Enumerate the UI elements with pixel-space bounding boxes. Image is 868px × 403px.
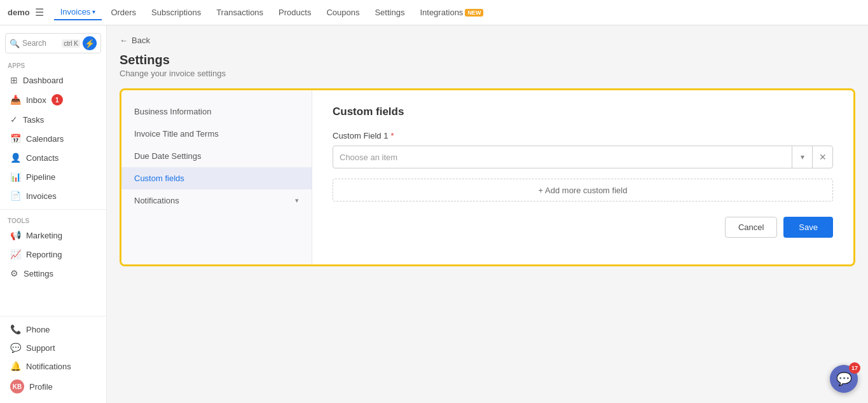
sidebar-item-label: Contacts xyxy=(26,153,59,163)
sidebar-item-inbox[interactable]: 📥 Inbox 1 xyxy=(3,90,104,109)
dashboard-icon: ⊞ xyxy=(10,75,18,85)
select-chevron-icon[interactable]: ▾ xyxy=(792,146,812,168)
sidebar-item-label: Notifications xyxy=(26,362,71,371)
chat-widget[interactable]: 💬 17 xyxy=(830,365,858,393)
support-icon: 💬 xyxy=(10,343,21,353)
chat-badge: 17 xyxy=(849,362,860,374)
invoices-icon: 📄 xyxy=(10,191,21,201)
sidebar-item-dashboard[interactable]: ⊞ Dashboard xyxy=(3,71,104,89)
settings-left-panel: Business Information Invoice Title and T… xyxy=(121,90,312,264)
menu-item-label: Notifications xyxy=(134,196,179,205)
sidebar-item-pipeline[interactable]: 📊 Pipeline xyxy=(3,168,104,186)
back-label: Back xyxy=(132,36,150,45)
apps-label: Apps xyxy=(0,58,106,71)
menu-item-label: Invoice Title and Terms xyxy=(134,129,219,139)
sidebar-item-label: Phone xyxy=(26,325,50,334)
sidebar-item-label: Calendars xyxy=(26,134,64,144)
sidebar-item-label: Dashboard xyxy=(23,76,64,85)
sidebar-item-label: Settings xyxy=(24,269,53,278)
chevron-down-icon: ▾ xyxy=(295,196,299,205)
notifications-icon: 🔔 xyxy=(10,361,21,371)
sidebar-item-label: Pipeline xyxy=(26,172,55,182)
sidebar-item-marketing[interactable]: 📢 Marketing xyxy=(3,226,104,244)
menu-item-label: Business Information xyxy=(134,107,211,116)
field1-label: Custom Field 1 * xyxy=(333,131,833,140)
sidebar-item-reporting[interactable]: 📈 Reporting xyxy=(3,245,104,263)
nav-subscriptions[interactable]: Subscriptions xyxy=(145,5,207,20)
search-label: Search xyxy=(22,39,59,48)
search-kbd: ctrl K xyxy=(62,39,80,48)
select-placeholder: Choose an item xyxy=(333,153,792,162)
menu-item-label: Custom fields xyxy=(134,174,184,183)
phone-icon: 📞 xyxy=(10,324,21,334)
nav-products[interactable]: Products xyxy=(272,5,317,20)
page-subtitle: Change your invoice settings xyxy=(120,69,855,78)
settings-right-panel: Custom fields Custom Field 1 * Choose an… xyxy=(312,90,853,264)
app-logo: demo xyxy=(8,8,30,17)
cancel-button[interactable]: Cancel xyxy=(725,217,777,238)
sidebar-item-calendars[interactable]: 📅 Calendars xyxy=(3,130,104,147)
main-content: ← Back Settings Change your invoice sett… xyxy=(107,25,868,403)
chevron-down-icon: ▾ xyxy=(92,8,95,15)
panel-actions: Cancel Save xyxy=(333,217,833,238)
contacts-icon: 👤 xyxy=(10,153,21,163)
menu-business-info[interactable]: Business Information xyxy=(121,100,312,123)
nav-invoices[interactable]: Invoices ▾ xyxy=(54,4,102,20)
settings-container: → Business Information Invoice Title and… xyxy=(120,88,855,266)
select-clear-button[interactable]: ✕ xyxy=(812,146,832,168)
nav-integrations[interactable]: Integrations NEW xyxy=(413,5,490,20)
menu-invoice-title[interactable]: Invoice Title and Terms xyxy=(121,123,312,145)
menu-item-label: Due Date Settings xyxy=(134,151,202,161)
sidebar-item-label: Profile xyxy=(29,382,53,392)
sidebar-item-contacts[interactable]: 👤 Contacts xyxy=(3,149,104,167)
save-button[interactable]: Save xyxy=(783,217,833,238)
tasks-icon: ✓ xyxy=(10,114,18,125)
add-more-button[interactable]: + Add more custom field xyxy=(333,179,833,202)
settings-icon: ⚙ xyxy=(10,268,18,278)
inbox-badge: 1 xyxy=(52,94,63,106)
top-nav: demo ☰ Invoices ▾ Orders Subscriptions T… xyxy=(0,0,868,25)
nav-coupons[interactable]: Coupons xyxy=(320,5,366,20)
tools-label: Tools xyxy=(0,214,106,226)
sidebar-item-settings[interactable]: ⚙ Settings xyxy=(3,264,104,282)
sidebar-item-label: Marketing xyxy=(26,231,62,240)
marketing-icon: 📢 xyxy=(10,230,21,240)
sidebar-bottom: 📞 Phone 💬 Support 🔔 Notifications KB Pro… xyxy=(0,312,106,398)
inbox-icon: 📥 xyxy=(10,95,21,105)
menu-custom-fields[interactable]: Custom fields xyxy=(121,167,312,189)
panel-title: Custom fields xyxy=(333,106,833,118)
sidebar-item-invoices[interactable]: 📄 Invoices xyxy=(3,187,104,205)
menu-due-date[interactable]: Due Date Settings xyxy=(121,145,312,167)
search-icon: 🔍 xyxy=(10,39,20,48)
back-arrow-icon: ← xyxy=(120,36,128,45)
sidebar-item-label: Invoices xyxy=(26,191,57,201)
nav-transactions[interactable]: Transactions xyxy=(210,5,270,20)
sidebar-item-label: Tasks xyxy=(23,115,44,125)
sidebar-item-profile[interactable]: KB Profile xyxy=(3,376,104,397)
sidebar-item-label: Reporting xyxy=(26,250,62,259)
nav-orders[interactable]: Orders xyxy=(104,5,142,20)
nav-settings[interactable]: Settings xyxy=(368,5,411,20)
chat-icon: 💬 xyxy=(836,371,852,386)
new-badge: NEW xyxy=(465,9,483,17)
pipeline-icon: 📊 xyxy=(10,172,21,182)
avatar: KB xyxy=(10,379,24,393)
sidebar: 🔍 Search ctrl K ⚡ Apps ⊞ Dashboard 📥 Inb… xyxy=(0,25,107,403)
sidebar-item-label: Support xyxy=(26,343,55,353)
nav-links: Invoices ▾ Orders Subscriptions Transact… xyxy=(54,4,860,20)
hamburger-icon[interactable]: ☰ xyxy=(35,6,44,18)
reporting-icon: 📈 xyxy=(10,249,21,259)
sidebar-item-phone[interactable]: 📞 Phone xyxy=(3,320,104,338)
sidebar-item-label: Inbox xyxy=(26,95,46,105)
search-bar[interactable]: 🔍 Search ctrl K ⚡ xyxy=(5,33,101,53)
bolt-button[interactable]: ⚡ xyxy=(83,36,97,50)
calendars-icon: 📅 xyxy=(10,133,21,144)
sidebar-item-support[interactable]: 💬 Support xyxy=(3,339,104,357)
custom-field-select[interactable]: Choose an item ▾ ✕ xyxy=(333,146,833,168)
back-link[interactable]: ← Back xyxy=(120,36,855,45)
menu-notifications[interactable]: Notifications ▾ xyxy=(121,189,312,212)
sidebar-item-tasks[interactable]: ✓ Tasks xyxy=(3,111,104,128)
layout: 🔍 Search ctrl K ⚡ Apps ⊞ Dashboard 📥 Inb… xyxy=(0,25,868,403)
sidebar-item-notifications[interactable]: 🔔 Notifications xyxy=(3,357,104,375)
page-title: Settings xyxy=(120,53,855,67)
